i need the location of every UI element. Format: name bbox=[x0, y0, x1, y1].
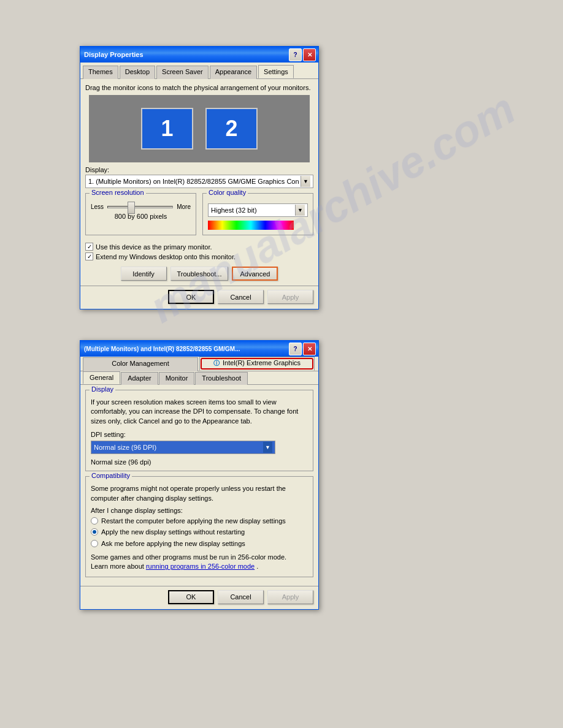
screen-resolution-section: Screen resolution Less More 800 by 600 p… bbox=[85, 193, 196, 235]
help-button-2[interactable]: ? bbox=[289, 343, 302, 355]
cancel-button-1[interactable]: Cancel bbox=[218, 290, 264, 304]
tab-appearance[interactable]: Appearance bbox=[210, 66, 257, 79]
tab-desktop[interactable]: Desktop bbox=[120, 66, 155, 79]
ok-button-2[interactable]: OK bbox=[168, 590, 214, 604]
ok-button-1[interactable]: OK bbox=[168, 290, 214, 304]
advanced-dialog: (Multiple Monitors) and Intel(R) 82852/8… bbox=[80, 340, 319, 610]
tab-troubleshoot[interactable]: Troubleshoot bbox=[195, 372, 248, 385]
color-quality-arrow: ▼ bbox=[295, 205, 305, 216]
radio-restart[interactable] bbox=[91, 517, 98, 525]
color-quality-value: Highest (32 bit) bbox=[211, 207, 257, 214]
more-label: More bbox=[177, 203, 191, 210]
screen-resolution-label: Screen resolution bbox=[90, 189, 146, 196]
monitor-1-icon[interactable]: 1 bbox=[141, 108, 193, 150]
inner-tab-bar: General Adapter Monitor Troubleshoot bbox=[80, 371, 318, 385]
radio2-label: Apply the new display settings without r… bbox=[101, 528, 245, 536]
checkbox-extend-label: Extend my Windows desktop onto this moni… bbox=[96, 253, 236, 260]
troubleshoot-button[interactable]: Troubleshoot... bbox=[170, 267, 229, 281]
dialog1-content: Drag the monitor icons to match the phys… bbox=[80, 79, 318, 286]
after-change-label: After I change display settings: bbox=[91, 507, 308, 514]
display-label: Display: bbox=[85, 166, 313, 173]
checkbox-primary[interactable]: ✓ bbox=[85, 243, 93, 251]
note-text: Some games and other programs must be ru… bbox=[91, 553, 286, 561]
display-select-arrow: ▼ bbox=[301, 176, 310, 187]
display-properties-dialog: Display Properties ? ✕ Themes Desktop Sc… bbox=[80, 46, 319, 309]
display-select-value: 1. (Multiple Monitors) on Intel(R) 82852… bbox=[88, 178, 299, 185]
close-button-2[interactable]: ✕ bbox=[303, 343, 316, 355]
dpi-label: DPI setting: bbox=[91, 431, 308, 438]
dpi-subtitle: Normal size (96 dpi) bbox=[91, 458, 308, 466]
radio-ask-me[interactable] bbox=[91, 540, 98, 547]
display-section: Display If your screen resolution makes … bbox=[85, 390, 313, 471]
controls-row: Screen resolution Less More 800 by 600 p… bbox=[85, 193, 313, 239]
dialog2-content: Display If your screen resolution makes … bbox=[80, 385, 318, 586]
cancel-button-2[interactable]: Cancel bbox=[218, 590, 264, 604]
radio3-label: Ask me before applying the new display s… bbox=[101, 539, 245, 548]
display-select[interactable]: 1. (Multiple Monitors) on Intel(R) 82852… bbox=[85, 175, 313, 188]
monitor-instruction: Drag the monitor icons to match the phys… bbox=[85, 84, 313, 91]
tab-general[interactable]: General bbox=[83, 371, 120, 384]
intel-icon: ⓘ bbox=[213, 359, 221, 368]
advanced-button[interactable]: Advanced bbox=[232, 267, 278, 281]
tab-intel-graphics[interactable]: ⓘ Intel(R) Extreme Graphics bbox=[199, 357, 315, 371]
tab-intel-label: Intel(R) Extreme Graphics bbox=[223, 359, 301, 366]
tab-monitor[interactable]: Monitor bbox=[159, 372, 195, 385]
dialog2-title: (Multiple Monitors) and Intel(R) 82852/8… bbox=[84, 346, 240, 352]
title-bar-2: (Multiple Monitors) and Intel(R) 82852/8… bbox=[80, 341, 318, 357]
tab-themes[interactable]: Themes bbox=[83, 66, 118, 79]
close-button-1[interactable]: ✕ bbox=[303, 48, 316, 61]
color-bar bbox=[208, 221, 294, 230]
radio-row-3: Ask me before applying the new display s… bbox=[91, 539, 308, 548]
tab-screensaver[interactable]: Screen Saver bbox=[156, 66, 209, 79]
checkbox-row-1: ✓ Use this device as the primary monitor… bbox=[85, 243, 313, 251]
monitor-2-icon[interactable]: 2 bbox=[205, 108, 258, 150]
apply-button-1[interactable]: Apply bbox=[267, 290, 313, 304]
compatibility-description: Some programs might not operate properly… bbox=[91, 484, 308, 503]
color-quality-select[interactable]: Highest (32 bit) ▼ bbox=[208, 203, 308, 217]
dialog1-bottom-buttons: OK Cancel Apply bbox=[80, 286, 318, 309]
radio-row-1: Restart the computer before applying the… bbox=[91, 517, 308, 525]
radio-row-2: Apply the new display settings without r… bbox=[91, 528, 308, 536]
checkbox-row-2: ✓ Extend my Windows desktop onto this mo… bbox=[85, 252, 313, 260]
apply-button-2[interactable]: Apply bbox=[267, 590, 313, 604]
display-row: Display: 1. (Multiple Monitors) on Intel… bbox=[85, 166, 313, 188]
tab-adapter[interactable]: Adapter bbox=[121, 372, 158, 385]
compatibility-section: Compatibility Some programs might not op… bbox=[85, 476, 313, 577]
dpi-select-value: Normal size (96 DPI) bbox=[94, 444, 156, 451]
slider-track[interactable] bbox=[107, 206, 173, 208]
learn-prefix: Learn more about bbox=[91, 563, 146, 570]
compatibility-label: Compatibility bbox=[90, 472, 132, 479]
checkbox-extend[interactable]: ✓ bbox=[85, 252, 93, 260]
tab-color-management[interactable]: Color Management bbox=[83, 357, 198, 371]
tab-settings[interactable]: Settings bbox=[258, 65, 294, 78]
tab-bar-1: Themes Desktop Screen Saver Appearance S… bbox=[80, 63, 318, 79]
display-section-label: Display bbox=[90, 385, 115, 393]
dialog1-title: Display Properties bbox=[84, 51, 144, 58]
title-bar-buttons-2: ? ✕ bbox=[289, 343, 316, 355]
display-description: If your screen resolution makes screen i… bbox=[91, 398, 308, 426]
identify-button[interactable]: Identify bbox=[121, 267, 167, 281]
running-programs-link[interactable]: running programs in 256-color mode bbox=[146, 563, 255, 570]
color-quality-section: Color quality Highest (32 bit) ▼ bbox=[202, 193, 313, 235]
title-bar-buttons-1: ? ✕ bbox=[289, 48, 316, 61]
radio1-label: Restart the computer before applying the… bbox=[101, 517, 286, 525]
note-suffix: . bbox=[256, 563, 258, 570]
monitor-area: 1 2 bbox=[89, 95, 310, 162]
checkbox-primary-label: Use this device as the primary monitor. bbox=[96, 243, 212, 251]
dpi-select-row: Normal size (96 DPI) ▼ bbox=[91, 441, 308, 457]
radio-apply-no-restart[interactable] bbox=[91, 528, 98, 536]
note-paragraph: Some games and other programs must be ru… bbox=[91, 553, 308, 572]
color-quality-label: Color quality bbox=[207, 189, 248, 196]
slider-container: Less More bbox=[91, 203, 191, 210]
resolution-value: 800 by 600 pixels bbox=[91, 213, 191, 220]
slider-thumb[interactable] bbox=[128, 202, 135, 214]
outer-tab-bar: Color Management ⓘ Intel(R) Extreme Grap… bbox=[80, 357, 318, 371]
title-bar-1: Display Properties ? ✕ bbox=[80, 47, 318, 63]
dpi-select[interactable]: Normal size (96 DPI) ▼ bbox=[91, 441, 275, 454]
dpi-arrow: ▼ bbox=[262, 442, 272, 453]
help-button-1[interactable]: ? bbox=[289, 48, 302, 61]
dialog2-bottom-buttons: OK Cancel Apply bbox=[80, 586, 318, 609]
less-label: Less bbox=[91, 203, 104, 210]
action-buttons-row: Identify Troubleshoot... Advanced bbox=[85, 267, 313, 281]
